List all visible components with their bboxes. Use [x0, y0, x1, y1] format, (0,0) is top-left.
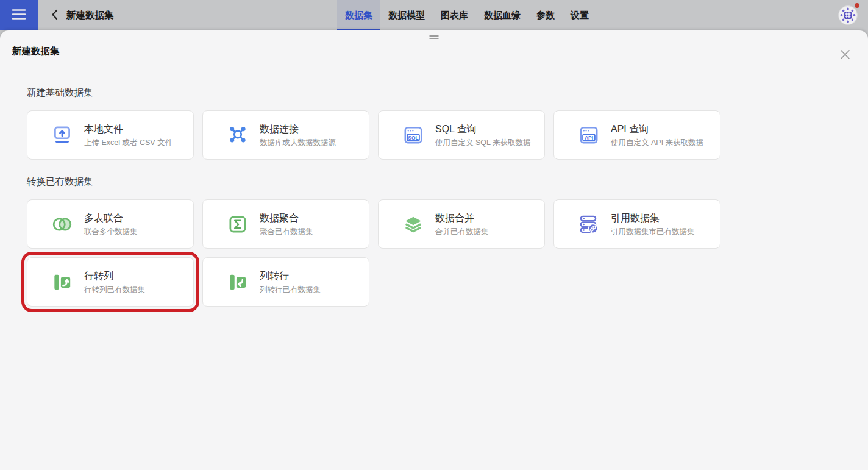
topbar: 新建数据集 数据集 数据模型 图表库 数据血缘 参数 设置: [0, 0, 868, 30]
close-button[interactable]: [837, 46, 853, 65]
dataset-section: 新建基础数据集 本地文件 上传 Excel 或者 CSV 文件 数据连接 数据库…: [27, 87, 841, 160]
hamburger-menu-button[interactable]: [0, 0, 38, 30]
dataset-option-card[interactable]: 行转列 行转列已有数据集: [27, 257, 194, 307]
card-grid: 本地文件 上传 Excel 或者 CSV 文件 数据连接 数据库或大数据数据源 …: [27, 110, 729, 160]
dialog-title: 新建数据集: [12, 46, 60, 56]
card-title: 本地文件: [84, 123, 173, 135]
dataset-option-card[interactable]: 列转行 列转行已有数据集: [202, 257, 369, 307]
rows-to-columns-icon: [51, 271, 74, 294]
card-subtitle: 上传 Excel 或者 CSV 文件: [84, 138, 173, 148]
sql-icon: SQL: [402, 124, 425, 147]
hamburger-icon: [12, 9, 26, 22]
card-title: 数据合并: [435, 212, 489, 224]
card-title: SQL 查询: [435, 123, 531, 135]
dataset-option-card[interactable]: API API 查询 使用自定义 API 来获取数据: [553, 110, 720, 160]
drag-handle[interactable]: [429, 34, 440, 40]
tab-4[interactable]: 数据血缘: [476, 0, 528, 30]
card-subtitle: 使用自定义 SQL 来获取数据: [435, 138, 531, 148]
dataset-option-card[interactable]: 数据聚合 聚合已有数据集: [202, 199, 369, 249]
card-grid: 多表联合 联合多个数据集 数据聚合 聚合已有数据集 数据合并 合并已有数据集: [27, 199, 729, 307]
card-subtitle: 聚合已有数据集: [260, 227, 313, 237]
card-subtitle: 引用数据集市已有数据集: [611, 227, 695, 237]
tab-label: 图表库: [441, 10, 468, 21]
tab-6[interactable]: 设置: [563, 0, 597, 30]
chevron-left-icon: [51, 9, 58, 22]
card-subtitle: 数据库或大数据数据源: [260, 138, 336, 148]
tab-5[interactable]: 参数: [528, 0, 563, 30]
tab-2[interactable]: 数据模型: [380, 0, 433, 30]
svg-text:API: API: [585, 134, 593, 140]
close-icon: [839, 53, 851, 62]
card-title: 引用数据集: [611, 212, 695, 224]
notification-dot: [855, 3, 859, 8]
card-subtitle: 行转列已有数据集: [84, 285, 145, 295]
tab-1[interactable]: 数据集: [337, 0, 380, 30]
card-subtitle: 合并已有数据集: [435, 227, 489, 237]
api-icon: API: [577, 124, 600, 147]
tab-label: 数据模型: [388, 10, 425, 21]
hub-icon: [226, 124, 249, 147]
card-title: 行转列: [84, 269, 145, 282]
app-logo-icon: [838, 17, 858, 27]
tab-label: 数据血缘: [484, 10, 521, 21]
svg-text:SQL: SQL: [408, 134, 418, 140]
dialog-body: 新建基础数据集 本地文件 上传 Excel 或者 CSV 文件 数据连接 数据库…: [0, 87, 868, 307]
layers-icon: [402, 213, 425, 236]
card-title: 数据连接: [260, 123, 336, 135]
tab-label: 设置: [571, 10, 589, 21]
dataset-section: 转换已有数据集 多表联合 联合多个数据集 数据聚合 聚合已有数据集 数据合并 合…: [27, 176, 841, 307]
back-button[interactable]: [51, 9, 58, 22]
page-title: 新建数据集: [66, 9, 114, 22]
venn-icon: [51, 213, 74, 236]
sigma-icon: [226, 213, 249, 236]
dataset-option-card[interactable]: 多表联合 联合多个数据集: [27, 199, 194, 249]
reference-icon: [577, 213, 600, 236]
nav-tabs: 数据集 数据模型 图表库 数据血缘 参数 设置: [337, 0, 597, 30]
card-subtitle: 联合多个数据集: [84, 227, 138, 237]
card-title: 数据聚合: [260, 212, 313, 224]
dataset-option-card[interactable]: 引用数据集 引用数据集市已有数据集: [553, 199, 720, 249]
tab-label: 参数: [536, 10, 555, 21]
card-title: 列转行: [260, 269, 321, 282]
avatar[interactable]: [838, 5, 858, 26]
upload-icon: [51, 124, 74, 147]
dataset-option-card[interactable]: SQL SQL 查询 使用自定义 SQL 来获取数据: [378, 110, 545, 160]
card-subtitle: 使用自定义 API 来获取数据: [611, 138, 703, 148]
columns-to-rows-icon: [226, 271, 249, 294]
dataset-option-card[interactable]: 数据连接 数据库或大数据数据源: [202, 110, 369, 160]
section-label: 新建基础数据集: [27, 87, 841, 99]
card-subtitle: 列转行已有数据集: [260, 285, 321, 295]
tab-3[interactable]: 图表库: [433, 0, 476, 30]
card-title: API 查询: [611, 123, 703, 135]
tab-label: 数据集: [345, 10, 372, 21]
new-dataset-dialog: 新建数据集 新建基础数据集 本地文件 上传 Excel 或者 CSV 文件: [0, 30, 868, 470]
card-title: 多表联合: [84, 212, 138, 224]
dataset-option-card[interactable]: 数据合并 合并已有数据集: [378, 199, 545, 249]
dataset-option-card[interactable]: 本地文件 上传 Excel 或者 CSV 文件: [27, 110, 194, 160]
section-label: 转换已有数据集: [27, 176, 841, 188]
